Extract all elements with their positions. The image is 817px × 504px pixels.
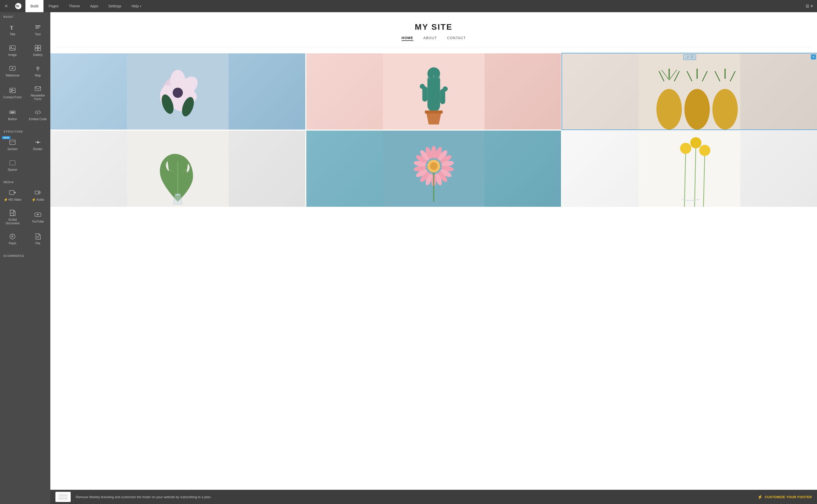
top-navigation: ✕ W Build Pages Theme Apps Settings Help… (0, 0, 817, 12)
structure-grid: NEW Section Divider Spacer (0, 135, 50, 178)
pineapple-image (562, 53, 817, 130)
sidebar-item-contact-form[interactable]: Contact Form (0, 82, 25, 104)
svg-point-66 (657, 89, 682, 130)
svg-rect-20 (10, 91, 12, 92)
sidebar-item-spacer[interactable]: Spacer (0, 155, 25, 176)
flower-image (50, 53, 305, 130)
gallery-cell-3[interactable]: ⤢ ⠿ ✕ (562, 53, 817, 130)
svg-rect-114 (59, 498, 67, 499)
tab-help[interactable]: Help ▾ (126, 0, 146, 12)
sidebar-item-flash[interactable]: Flash (0, 229, 25, 249)
document-icon (9, 209, 16, 216)
nav-item-about[interactable]: ABOUT (424, 36, 437, 41)
cactus-image (306, 53, 561, 130)
svg-marker-29 (37, 141, 39, 142)
svg-rect-26 (10, 140, 15, 145)
sidebar-item-gallery[interactable]: Gallery (25, 40, 51, 61)
svg-rect-6 (10, 46, 15, 50)
svg-marker-30 (37, 143, 39, 144)
weebly-logo: W (12, 0, 24, 12)
text-icon (34, 24, 41, 31)
sidebar-item-section[interactable]: NEW Section (0, 135, 25, 155)
svg-rect-18 (10, 89, 13, 90)
svg-rect-24 (11, 112, 14, 113)
youtube-icon (34, 211, 41, 218)
gallery-cell-4[interactable] (50, 131, 305, 207)
chevron-down-icon: ▾ (140, 5, 141, 8)
svg-marker-33 (14, 192, 16, 194)
audio-icon (34, 189, 41, 196)
sidebar-item-newsletter-form[interactable]: Newsletter Form (25, 82, 51, 104)
gallery-icon (34, 44, 41, 52)
nav-item-home[interactable]: HOME (401, 36, 413, 41)
embed-code-icon (34, 109, 41, 116)
lightning-icon: ⚡ (758, 495, 763, 499)
sidebar-item-button[interactable]: Button (0, 105, 25, 125)
svg-rect-8 (35, 45, 38, 48)
svg-text:W: W (16, 4, 19, 8)
nav-item-contact[interactable]: CONTACT (447, 36, 466, 41)
footer-promo-bar: Remove Weebly branding and customize the… (50, 490, 817, 504)
svg-rect-11 (38, 48, 41, 51)
media-grid: ⚡ HD Video ⚡ Audio Scribd Docu (0, 185, 50, 251)
site-navigation: HOME ABOUT CONTACT (55, 32, 812, 47)
footer-icon (55, 492, 71, 502)
sidebar: BASIC T Title Text (0, 12, 50, 504)
divider-icon (34, 139, 41, 146)
svg-point-108 (690, 137, 702, 148)
video-icon (9, 189, 16, 196)
svg-rect-22 (35, 87, 41, 91)
sidebar-item-title[interactable]: T Title (0, 20, 25, 40)
tab-theme[interactable]: Theme (64, 0, 85, 12)
svg-rect-31 (10, 161, 15, 165)
svg-point-102 (430, 162, 438, 170)
sidebar-item-embed-code[interactable]: Embed Code (25, 105, 51, 125)
tab-settings[interactable]: Settings (103, 0, 126, 12)
sidebar-item-divider[interactable]: Divider (25, 135, 51, 155)
svg-point-81 (175, 194, 180, 196)
close-button[interactable]: ✕ (0, 0, 12, 12)
sidebar-item-scribd[interactable]: Scribd Document (0, 206, 25, 229)
tab-pages[interactable]: Pages (43, 0, 64, 12)
svg-marker-13 (12, 68, 14, 69)
spacer-icon (9, 159, 16, 166)
sidebar-item-audio[interactable]: ⚡ Audio (25, 185, 51, 206)
section-label-structure: STRUCTURE (0, 127, 50, 135)
tab-build[interactable]: Build (25, 0, 43, 12)
svg-rect-10 (35, 48, 38, 51)
nav-tabs: Build Pages Theme Apps Settings Help ▾ (25, 0, 146, 12)
device-preview-button[interactable]: 🖥 ▾ (805, 3, 817, 9)
sidebar-item-map[interactable]: Map (25, 61, 51, 81)
site-frame: MY SITE HOME ABOUT CONTACT (50, 12, 817, 504)
sidebar-item-file[interactable]: File (25, 229, 51, 249)
tab-apps[interactable]: Apps (85, 0, 103, 12)
file-icon (34, 233, 41, 240)
svg-point-51 (173, 88, 183, 98)
leaf-image (50, 131, 305, 207)
slideshow-icon (9, 65, 16, 72)
section-icon (9, 139, 16, 146)
contact-form-icon (9, 87, 16, 94)
sidebar-item-slideshow[interactable]: Slideshow (0, 61, 25, 81)
sidebar-item-image[interactable]: Image (0, 40, 25, 61)
svg-rect-112 (59, 495, 67, 496)
gallery-cell-5[interactable] (306, 131, 561, 207)
title-icon: T (9, 24, 16, 31)
svg-point-60 (443, 86, 448, 91)
gallery-cell-2[interactable] (306, 53, 561, 130)
svg-rect-64 (425, 111, 443, 114)
sidebar-item-hd-video[interactable]: ⚡ HD Video (0, 185, 25, 206)
customize-footer-button[interactable]: ⚡ CUSTOMIZE YOUR FOOTER (758, 495, 812, 499)
svg-marker-39 (37, 214, 39, 215)
gallery-cell-1[interactable] (50, 53, 305, 130)
selection-handle[interactable]: ⤢ ⠿ (683, 54, 696, 60)
sidebar-item-text[interactable]: Text (25, 20, 51, 40)
svg-rect-9 (38, 45, 41, 48)
cell-close-button[interactable]: ✕ (811, 54, 816, 59)
sidebar-item-youtube[interactable]: YouTube (25, 206, 51, 229)
gallery-cell-6[interactable] (562, 131, 817, 207)
svg-marker-41 (11, 234, 13, 239)
svg-rect-35 (10, 210, 14, 216)
newsletter-icon (34, 85, 41, 92)
svg-point-76 (713, 89, 738, 130)
